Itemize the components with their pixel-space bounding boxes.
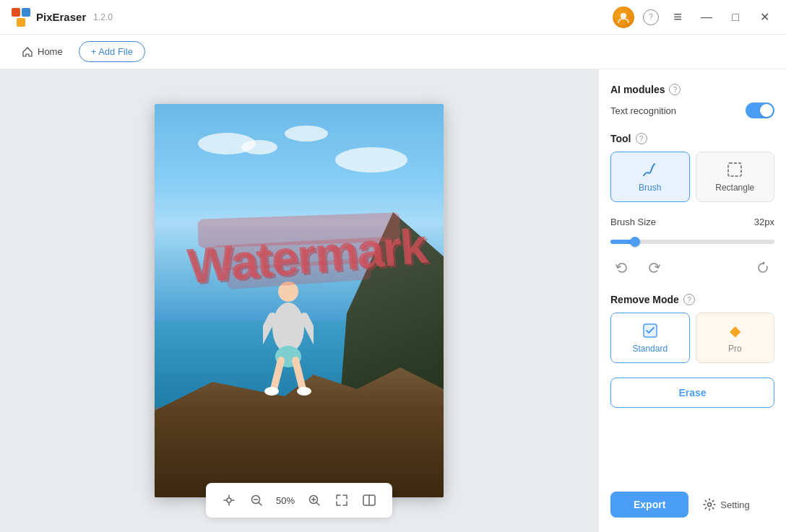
user-avatar[interactable] xyxy=(613,6,634,28)
text-recognition-row: Text recognition xyxy=(610,103,774,118)
app-branding: PixEraser 1.2.0 xyxy=(12,8,113,27)
pan-tool-button[interactable] xyxy=(217,489,241,512)
export-button[interactable]: Export xyxy=(610,492,688,518)
app-logo-icon xyxy=(12,8,30,27)
rectangle-icon xyxy=(726,161,743,178)
svg-rect-1 xyxy=(22,8,30,17)
svg-line-6 xyxy=(263,317,272,342)
person xyxy=(263,277,314,407)
image-container: Watermark xyxy=(155,104,444,497)
text-recognition-label: Text recognition xyxy=(610,105,676,116)
remove-mode-options: Standard ◆ Pro xyxy=(610,313,774,363)
watermark-text: Watermark xyxy=(185,217,428,295)
svg-point-25 xyxy=(708,503,712,507)
split-view-button[interactable] xyxy=(358,489,381,512)
undo-button[interactable] xyxy=(610,256,634,279)
brush-size-slider[interactable] xyxy=(610,235,774,249)
export-row: Export Setting xyxy=(610,486,774,518)
erase-button[interactable]: Erase xyxy=(610,378,774,408)
pro-diamond-icon: ◆ xyxy=(730,322,740,339)
brush-size-row: Brush Size 32px xyxy=(610,217,774,227)
pan-icon xyxy=(223,494,236,507)
right-panel: AI modules ? Text recognition Tool ? xyxy=(598,69,786,532)
add-file-button[interactable]: + Add File xyxy=(79,41,145,62)
reset-icon xyxy=(756,261,770,275)
erase-label: Erase xyxy=(678,387,706,398)
svg-point-11 xyxy=(264,387,279,396)
minimize-button[interactable]: — xyxy=(696,7,717,27)
svg-point-5 xyxy=(272,302,304,353)
ai-modules-title: AI modules xyxy=(610,84,665,95)
help-button[interactable]: ? xyxy=(643,9,659,25)
redo-icon xyxy=(647,261,661,275)
zoom-percentage: 50% xyxy=(272,495,298,506)
remove-mode-title: Remove Mode xyxy=(610,294,679,305)
split-view-icon xyxy=(363,494,376,507)
pro-label: Pro xyxy=(728,344,742,354)
tool-help-icon[interactable]: ? xyxy=(636,133,647,144)
maximize-button[interactable]: □ xyxy=(725,7,746,27)
tool-header: Tool ? xyxy=(610,133,774,144)
titlebar: PixEraser 1.2.0 ? ≡ — □ ✕ xyxy=(0,0,786,35)
pro-mode-button[interactable]: ◆ Pro xyxy=(696,313,775,363)
rectangle-label: Rectangle xyxy=(715,183,754,193)
brush-size-label: Brush Size xyxy=(610,217,656,227)
ai-modules-help-icon[interactable]: ? xyxy=(669,84,681,95)
svg-line-7 xyxy=(304,317,314,342)
undo-icon xyxy=(615,261,629,275)
brush-icon xyxy=(642,161,659,178)
brush-size-value: 32px xyxy=(754,217,774,227)
reset-button[interactable] xyxy=(751,256,774,279)
svg-point-12 xyxy=(297,387,311,396)
svg-point-13 xyxy=(227,498,231,502)
standard-icon xyxy=(642,322,659,339)
export-label: Export xyxy=(634,499,665,510)
tool-title: Tool xyxy=(610,133,631,144)
home-button[interactable]: Home xyxy=(12,42,73,62)
zoom-in-icon xyxy=(308,494,321,507)
tool-options: Brush Rectangle xyxy=(610,152,774,202)
svg-line-20 xyxy=(316,502,319,505)
zoom-out-button[interactable] xyxy=(245,489,268,512)
home-label: Home xyxy=(38,46,63,57)
main-area: Watermark 50% xyxy=(0,69,786,532)
action-icons xyxy=(610,256,774,279)
standard-label: Standard xyxy=(632,344,668,354)
svg-rect-0 xyxy=(12,8,20,17)
spacer xyxy=(610,422,774,471)
toolbar: Home + Add File xyxy=(0,35,786,69)
svg-rect-2 xyxy=(17,18,25,27)
app-name: PixEraser xyxy=(36,11,86,23)
svg-line-9 xyxy=(274,360,281,389)
svg-line-10 xyxy=(295,360,303,389)
setting-icon xyxy=(703,498,716,511)
scene-background: Watermark xyxy=(155,104,444,497)
svg-line-16 xyxy=(259,502,262,505)
tool-section: Tool ? Brush Rectangle xyxy=(610,133,774,202)
app-version: 1.2.0 xyxy=(93,12,113,22)
ai-modules-header: AI modules ? xyxy=(610,84,774,95)
standard-mode-button[interactable]: Standard xyxy=(610,313,690,363)
brush-tool-button[interactable]: Brush xyxy=(610,152,690,202)
redo-button[interactable] xyxy=(642,256,665,279)
zoom-in-button[interactable] xyxy=(303,489,326,512)
add-file-label: + Add File xyxy=(91,46,133,57)
watermark-overlay: Watermark xyxy=(191,216,422,295)
fit-screen-button[interactable] xyxy=(330,489,353,512)
setting-label: Setting xyxy=(720,500,749,510)
slider-thumb[interactable] xyxy=(630,237,640,247)
remove-mode-header: Remove Mode ? xyxy=(610,294,774,305)
remove-mode-section: Remove Mode ? Standard ◆ Pro xyxy=(610,294,774,363)
remove-mode-help-icon[interactable]: ? xyxy=(683,294,695,305)
fit-screen-icon xyxy=(335,494,348,507)
window-controls: ? ≡ — □ ✕ xyxy=(613,6,774,28)
text-recognition-toggle[interactable] xyxy=(746,103,774,118)
rectangle-tool-button[interactable]: Rectangle xyxy=(696,152,775,202)
close-button[interactable]: ✕ xyxy=(754,7,774,27)
brush-label: Brush xyxy=(639,183,661,193)
toggle-thumb xyxy=(760,104,773,117)
menu-button[interactable]: ≡ xyxy=(668,7,688,27)
setting-button[interactable]: Setting xyxy=(694,492,758,517)
zoom-out-icon xyxy=(250,494,263,507)
slider-track xyxy=(610,240,774,244)
